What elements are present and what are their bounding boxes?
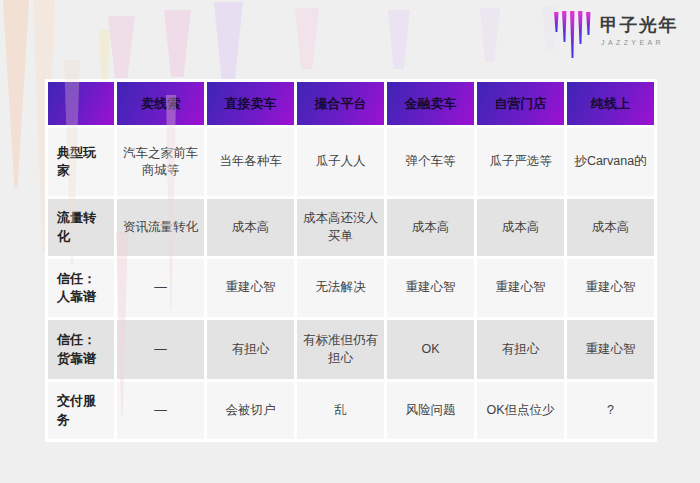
table-cell: 当年各种车 <box>207 128 294 196</box>
table-cell: 有标准但仍有担心 <box>297 320 384 379</box>
table-cell: OK <box>387 320 474 379</box>
table-cell: 成本高还没人买单 <box>297 199 384 256</box>
column-header-finance-sales: 金融卖车 <box>387 82 474 125</box>
brush-streak <box>388 10 410 69</box>
table-cell: 抄Carvana的 <box>567 128 654 196</box>
table-cell: 重建心智 <box>207 259 294 317</box>
table-cell: — <box>117 259 204 317</box>
table-cell: 成本高 <box>567 199 654 256</box>
logo-wordmark: 甲子光年 <box>600 16 678 36</box>
jazzyear-logo-icon <box>553 10 591 60</box>
table-cell: 弹个车等 <box>387 128 474 196</box>
brush-streak <box>214 2 243 80</box>
table-cell: 风险问题 <box>387 382 474 439</box>
table-cell: 无法解决 <box>297 259 384 317</box>
column-header-blank <box>48 82 114 125</box>
table-cell: 乱 <box>297 382 384 439</box>
column-header-matchmaking-platform: 撮合平台 <box>297 82 384 125</box>
table-row: 流量转化 资讯流量转化 成本高 成本高还没人买单 成本高 成本高 成本高 <box>48 199 654 256</box>
row-label: 交付服务 <box>48 382 114 439</box>
table-cell: 瓜子人人 <box>297 128 384 196</box>
table-header-row: 卖线索 直接卖车 撮合平台 金融卖车 自营门店 纯线上 <box>48 82 654 125</box>
jazzyear-logo: 甲子光年 JAZZYEAR <box>553 10 678 60</box>
brush-streak <box>3 0 29 188</box>
table-cell: 资讯流量转化 <box>117 199 204 256</box>
table-row: 交付服务 — 会被切户 乱 风险问题 OK但点位少 ? <box>48 382 654 439</box>
column-header-direct-sales: 直接卖车 <box>207 82 294 125</box>
column-header-sell-leads: 卖线索 <box>117 82 204 125</box>
table-cell: 重建心智 <box>567 320 654 379</box>
table-cell: 汽车之家前车商城等 <box>117 128 204 196</box>
comparison-table: 卖线索 直接卖车 撮合平台 金融卖车 自营门店 纯线上 典型玩家 汽车之家前车商… <box>45 79 657 442</box>
row-label: 信任：货靠谱 <box>48 320 114 379</box>
brush-streak <box>295 8 319 69</box>
row-label: 典型玩家 <box>48 128 114 196</box>
column-header-own-stores: 自营门店 <box>477 82 564 125</box>
table-cell: 重建心智 <box>567 259 654 317</box>
table-cell: 成本高 <box>207 199 294 256</box>
brush-streak <box>108 16 135 78</box>
table-cell: 成本高 <box>387 199 474 256</box>
row-label: 信任：人靠谱 <box>48 259 114 317</box>
logo-subtitle: JAZZYEAR <box>600 39 678 46</box>
table-row: 信任：人靠谱 — 重建心智 无法解决 重建心智 重建心智 重建心智 <box>48 259 654 317</box>
slide-background: 甲子光年 JAZZYEAR 卖线索 直接卖车 撮合平台 金融卖车 自营门店 纯线… <box>0 0 700 483</box>
table-cell: 重建心智 <box>477 259 564 317</box>
column-header-pure-online: 纯线上 <box>567 82 654 125</box>
table-cell: — <box>117 320 204 379</box>
table-cell: 有担心 <box>207 320 294 379</box>
table-cell: ? <box>567 382 654 439</box>
table-cell: 重建心智 <box>387 259 474 317</box>
brush-streak <box>164 10 191 77</box>
table-cell: 会被切户 <box>207 382 294 439</box>
table-row: 信任：货靠谱 — 有担心 有标准但仍有担心 OK 有担心 重建心智 <box>48 320 654 379</box>
table-cell: OK但点位少 <box>477 382 564 439</box>
table-cell: 瓜子严选等 <box>477 128 564 196</box>
table-cell: 成本高 <box>477 199 564 256</box>
table-cell: — <box>117 382 204 439</box>
row-label: 流量转化 <box>48 199 114 256</box>
table-cell: 有担心 <box>477 320 564 379</box>
brush-streak <box>480 8 500 62</box>
table-row: 典型玩家 汽车之家前车商城等 当年各种车 瓜子人人 弹个车等 瓜子严选等 抄Ca… <box>48 128 654 196</box>
